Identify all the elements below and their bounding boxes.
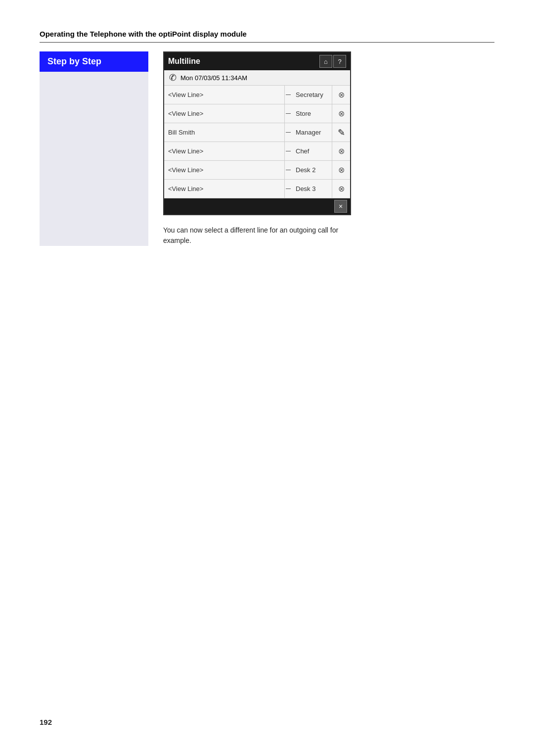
phone-header: Multiline ⌂ ? xyxy=(164,52,350,70)
sidebar: Step by Step xyxy=(40,51,148,246)
phone-header-icons: ⌂ ? xyxy=(319,55,346,68)
line-action-1[interactable]: ⊗ xyxy=(332,86,350,104)
page-container: Operating the Telephone with the optiPoi… xyxy=(0,0,534,756)
phone-lines-container: <View Line> Secretary ⊗ <View Line> Stor… xyxy=(164,86,350,198)
line-row-desk3[interactable]: <View Line> Desk 3 ⊗ xyxy=(164,180,350,198)
phone-footer: × xyxy=(164,198,350,214)
line-row-secretary[interactable]: <View Line> Secretary ⊗ xyxy=(164,86,350,104)
line-left-3[interactable]: Bill Smith xyxy=(164,123,285,142)
line-left-5[interactable]: <View Line> xyxy=(164,161,285,179)
datetime-display: Mon 07/03/05 11:34AM xyxy=(180,74,247,82)
line-action-6[interactable]: ⊗ xyxy=(332,180,350,198)
line-row-manager[interactable]: Bill Smith Manager ✎ xyxy=(164,123,350,142)
line-row-chef[interactable]: <View Line> Chef ⊗ xyxy=(164,142,350,161)
line-row-desk2[interactable]: <View Line> Desk 2 ⊗ xyxy=(164,161,350,180)
phone-display: Multiline ⌂ ? ✆ Mon 07/03/05 11:34AM <Vi… xyxy=(163,51,351,215)
line-left-4[interactable]: <View Line> xyxy=(164,142,285,160)
help-button[interactable]: ? xyxy=(333,55,346,68)
section-heading: Operating the Telephone with the optiPoi… xyxy=(40,30,494,43)
line-action-4[interactable]: ⊗ xyxy=(332,142,350,160)
handset-icon: ✆ xyxy=(169,72,177,83)
line-right-3: Manager xyxy=(293,123,332,142)
step-by-step-label: Step by Step xyxy=(40,51,148,72)
line-left-1[interactable]: <View Line> xyxy=(164,86,285,104)
page-number: 192 xyxy=(40,718,52,726)
line-right-2: Store xyxy=(293,104,332,123)
description-text: You can now select a different line for … xyxy=(163,225,351,246)
line-action-2[interactable]: ⊗ xyxy=(332,104,350,123)
line-left-2[interactable]: <View Line> xyxy=(164,104,285,123)
home-button[interactable]: ⌂ xyxy=(319,55,332,68)
close-button[interactable]: × xyxy=(334,200,347,213)
content-area: Step by Step Multiline ⌂ ? ✆ Mon 07/03/0… xyxy=(40,51,494,246)
phone-date-row: ✆ Mon 07/03/05 11:34AM xyxy=(164,70,350,86)
line-row-store[interactable]: <View Line> Store ⊗ xyxy=(164,104,350,123)
line-action-5[interactable]: ⊗ xyxy=(332,161,350,179)
line-right-6: Desk 3 xyxy=(293,180,332,198)
line-left-6[interactable]: <View Line> xyxy=(164,180,285,198)
line-right-5: Desk 2 xyxy=(293,161,332,179)
main-content: Multiline ⌂ ? ✆ Mon 07/03/05 11:34AM <Vi… xyxy=(163,51,494,246)
line-action-3[interactable]: ✎ xyxy=(332,123,350,142)
line-right-4: Chef xyxy=(293,142,332,160)
phone-title: Multiline xyxy=(168,57,200,66)
line-right-1: Secretary xyxy=(293,86,332,104)
